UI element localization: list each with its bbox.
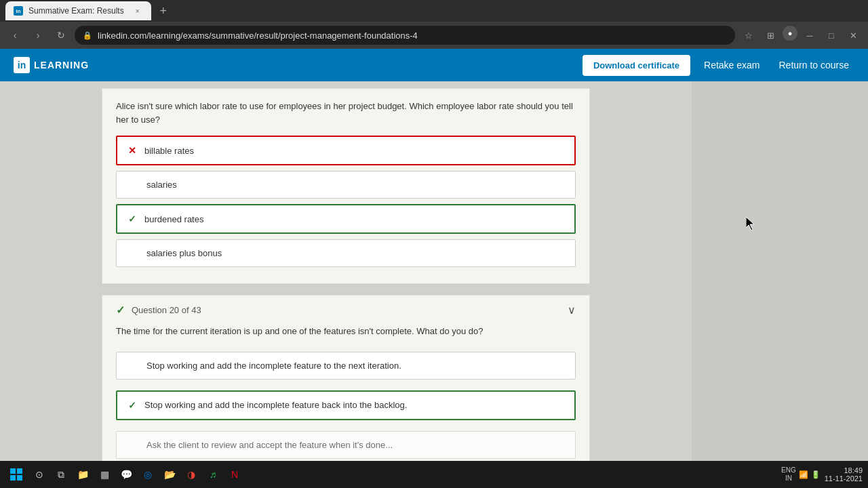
answer-text: Stop working and add the incomplete feat…	[146, 361, 401, 371]
refresh-button[interactable]: ↻	[52, 26, 71, 45]
chrome-icon[interactable]: ◑	[182, 465, 201, 484]
side-panel	[692, 81, 868, 461]
browser-toolbar: ‹ › ↻ 🔒 linkedin.com/learning/exams/summ…	[0, 22, 868, 49]
answer-text: burdened rates	[144, 214, 203, 224]
browser-window: in Summative Exam: Results × + ‹ › ↻ 🔒 l…	[0, 0, 868, 488]
correct-icon: ✓	[128, 214, 136, 224]
battery-icon: 🔋	[811, 470, 821, 479]
answer-option: ✓ Stop working and add the incomplete fe…	[116, 390, 576, 420]
url-text: linkedin.com/learning/exams/summative/re…	[98, 30, 418, 41]
answer-option: ✕ billable rates	[116, 136, 576, 165]
profile-icon[interactable]: ●	[783, 26, 797, 41]
taskbar-clock: 18:49 11-11-2021	[825, 466, 863, 483]
svg-rect-4	[17, 475, 22, 481]
question-20-text: The time for the current iteration is up…	[116, 325, 576, 338]
linkedin-navbar: in LEARNING Download certificate Retake …	[0, 49, 868, 81]
wifi-icon: 📶	[799, 470, 808, 479]
incorrect-icon: ✕	[128, 145, 136, 156]
start-button[interactable]	[5, 464, 27, 485]
svg-rect-1	[10, 468, 16, 474]
answer-option: Ask the client to review and accept the …	[116, 431, 576, 459]
bookmark-icon[interactable]: ☆	[739, 26, 758, 45]
question-20-label: Question 20 of 43	[132, 305, 201, 315]
answer-option: salaries plus bonus	[116, 239, 576, 267]
question-19-text: Alice isn't sure which labor rate to use…	[116, 100, 576, 126]
edge-icon[interactable]: ◎	[138, 465, 157, 484]
return-to-course-button[interactable]: Return to course	[774, 57, 855, 73]
cursor-indicator	[746, 217, 754, 229]
lock-icon: 🔒	[83, 31, 92, 40]
new-tab-button[interactable]: +	[154, 1, 173, 20]
linkedin-logo-box: in	[14, 57, 30, 73]
answer-option: salaries	[116, 171, 576, 199]
svg-rect-2	[17, 468, 22, 474]
answer-option: ✓ burdened rates	[116, 204, 576, 234]
explorer-icon[interactable]: 📂	[160, 465, 179, 484]
answer-text: Stop working and add the incomplete feat…	[144, 400, 407, 410]
minimize-button[interactable]: ─	[800, 26, 819, 45]
time-display: 18:49	[825, 466, 863, 474]
question-20-check-icon: ✓	[116, 304, 125, 317]
retake-exam-button[interactable]: Retake exam	[698, 57, 765, 73]
date-display: 11-11-2021	[825, 474, 863, 483]
question-20-section: ✓ Question 20 of 43 ∨ The time for the c…	[102, 295, 590, 461]
forward-button[interactable]: ›	[28, 26, 47, 45]
taskbar-system-area: ENGIN 📶 🔋 18:49 11-11-2021	[781, 466, 863, 483]
taskbar: ⊙ ⧉ 📁 ▦ 💬 ◎ 📂 ◑ ♬ N ENGIN 📶 🔋 18:49 11-1…	[0, 461, 868, 488]
language-indicator: ENGIN	[781, 466, 796, 483]
browser-titlebar: in Summative Exam: Results × +	[0, 0, 868, 22]
address-bar[interactable]: 🔒 linkedin.com/learning/exams/summative/…	[75, 26, 735, 45]
question-20-header[interactable]: ✓ Question 20 of 43 ∨	[102, 296, 589, 325]
answer-option: Stop working and add the incomplete feat…	[116, 352, 576, 380]
question-19-card: Alice isn't sure which labor rate to use…	[102, 88, 590, 284]
linkedin-logo: in LEARNING	[14, 57, 89, 73]
svg-marker-0	[746, 217, 754, 230]
answer-text: salaries plus bonus	[146, 248, 222, 258]
svg-rect-3	[10, 475, 16, 481]
extensions-icon[interactable]: ⊞	[761, 26, 780, 45]
search-taskbar-icon[interactable]: ⊙	[30, 465, 49, 484]
tab-close-button[interactable]: ×	[132, 5, 143, 16]
linkedin-favicon: in	[14, 6, 23, 16]
maximize-button[interactable]: □	[822, 26, 841, 45]
taskview-icon[interactable]: ⧉	[52, 465, 71, 484]
spotify-icon[interactable]: ♬	[203, 465, 222, 484]
netflix-icon[interactable]: N	[225, 465, 244, 484]
teams-icon[interactable]: 💬	[117, 465, 136, 484]
browser-tab[interactable]: in Summative Exam: Results ×	[5, 1, 151, 20]
files-icon[interactable]: 📁	[73, 465, 92, 484]
answer-text: Ask the client to review and accept the …	[146, 440, 393, 450]
nav-actions: Download certificate Retake exam Return …	[583, 55, 854, 76]
system-icons: ENGIN 📶 🔋	[781, 466, 821, 483]
close-window-button[interactable]: ✕	[844, 26, 863, 45]
learning-label: LEARNING	[34, 60, 89, 70]
answer-text: billable rates	[144, 146, 194, 156]
back-button[interactable]: ‹	[5, 26, 24, 45]
widgets-icon[interactable]: ▦	[95, 465, 114, 484]
correct-icon: ✓	[128, 400, 136, 411]
answer-text: salaries	[146, 180, 177, 190]
question-20-expand-icon[interactable]: ∨	[568, 304, 576, 317]
download-certificate-button[interactable]: Download certificate	[583, 55, 690, 76]
tab-title: Summative Exam: Results	[28, 6, 124, 16]
toolbar-icons: ☆ ⊞ ● ─ □ ✕	[739, 26, 863, 45]
